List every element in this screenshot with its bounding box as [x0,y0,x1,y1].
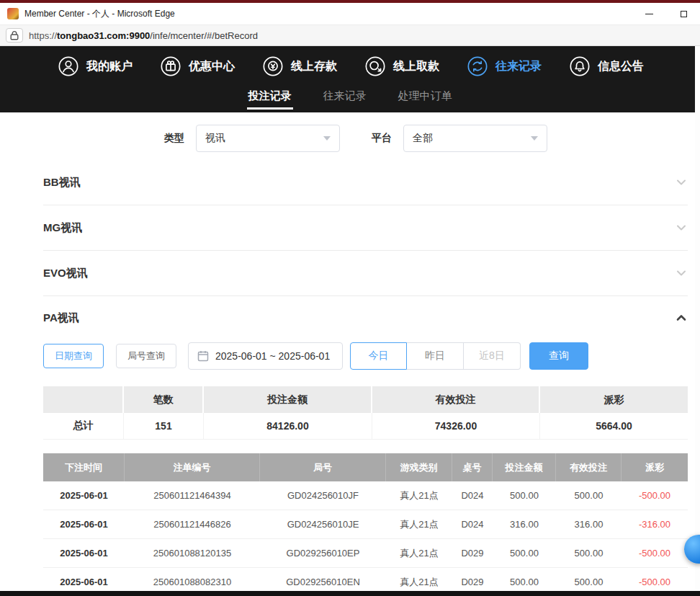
sub-nav: 投注记录 往来记录 处理中订单 [0,86,700,112]
address-bar: https://tongbao31.com:9900/infe/mcenter/… [0,25,700,46]
cell-bet-amount: 500.00 [493,481,556,510]
section-evo-video[interactable]: EVO视讯 [43,251,688,296]
type-filter-label: 类型 [164,132,184,145]
gift-icon [160,55,181,77]
section-bb-video[interactable]: BB视讯 [43,160,688,205]
date-range-picker[interactable]: 2025-06-01 ~ 2025-06-01 [188,342,343,370]
platform-filter-label: 平台 [372,132,392,145]
site-security-button[interactable] [6,28,23,43]
platform-select[interactable]: 全部 [403,125,547,152]
tab-label: 投注记录 [248,89,292,102]
filter-row: 类型 视讯 平台 全部 [164,124,688,153]
cell-table-no: D029 [452,539,493,568]
maximize-button[interactable] [678,9,688,19]
summary-total-payout: 5664.00 [540,413,688,440]
nav-item-promotions[interactable]: 优惠中心 [160,55,235,77]
cell-valid-bet: 500.00 [556,568,622,591]
nav-item-deposit[interactable]: 线上存款 [262,55,337,77]
cell-game-type: 真人21点 [386,568,452,591]
cell-payout: -500.00 [622,539,688,568]
today-button[interactable]: 今日 [350,342,407,370]
url-scheme: https:// [29,30,57,41]
site-favicon [7,8,19,19]
chevron-up-icon [675,311,688,324]
detail-header-game-type: 游戏类别 [386,453,452,481]
summary-header-count: 笔数 [124,386,204,413]
user-icon [58,55,79,77]
cell-payout: -500.00 [622,481,688,510]
cell-round-id: GD029256010EN [260,568,386,591]
nav-label: 线上存款 [291,59,337,74]
cell-table-no: D029 [452,568,493,591]
cell-valid-bet: 500.00 [556,481,622,510]
quick-date-group: 今日 昨日 近8日 [350,342,521,370]
summary-header-payout: 派彩 [540,386,688,413]
cell-round-id: GD029256010EP [260,539,386,568]
cell-table-no: D024 [452,481,493,510]
nav-item-announcements[interactable]: 信息公告 [569,55,644,77]
deposit-coin-icon [262,55,284,77]
section-label: PA视讯 [43,311,79,325]
browser-window: Member Center - 个人 - Microsoft Edge http… [0,0,700,596]
page-content: 类型 视讯 平台 全部 BB视讯 MG视讯 EVO视讯 [0,112,700,591]
cell-bet-id: 250601088120135 [125,539,260,568]
minimize-button[interactable] [644,9,654,19]
section-pa-video[interactable]: PA视讯 [43,296,688,339]
tab-bet-record[interactable]: 投注记录 [247,86,293,110]
date-query-button[interactable]: 日期查询 [43,344,104,368]
summary-total-label: 总计 [43,413,124,440]
cell-bet-id: 250601088082310 [125,568,260,591]
detail-header-bet-id: 注单编号 [125,453,260,481]
main-nav: 我的账户 优惠中心 线上存款 [0,46,700,86]
page-scrollbar[interactable] [695,46,700,591]
detail-header-bet-amount: 投注金额 [493,453,556,481]
tab-label: 往来记录 [323,89,367,102]
provider-sections: BB视讯 MG视讯 EVO视讯 PA视讯 [43,160,688,339]
lock-icon [10,30,19,40]
bell-icon [569,55,591,77]
tab-label: 处理中订单 [398,89,452,102]
cell-payout: -316.00 [622,510,688,539]
summary-total-count: 151 [124,413,204,440]
nav-item-records[interactable]: 往来记录 [467,55,542,77]
summary-total-valid-bet: 74326.00 [372,413,540,440]
platform-select-value: 全部 [413,132,433,145]
exchange-record-icon [467,55,488,77]
nav-label: 优惠中心 [189,59,235,74]
titlebar: Member Center - 个人 - Microsoft Edge [0,3,700,25]
cell-table-no: D024 [452,510,493,539]
search-button[interactable]: 查询 [529,342,588,370]
tab-transaction-record[interactable]: 往来记录 [322,86,368,110]
type-select[interactable]: 视讯 [196,125,340,152]
site-header: 我的账户 优惠中心 线上存款 [0,46,700,112]
date-range-value: 2025-06-01 ~ 2025-06-01 [215,350,330,362]
chevron-down-icon [675,176,688,189]
type-select-value: 视讯 [205,132,225,145]
round-query-button[interactable]: 局号查询 [116,344,176,368]
last-8-days-button[interactable]: 近8日 [464,342,521,370]
cell-round-id: GD024256010JE [260,510,386,539]
section-mg-video[interactable]: MG视讯 [43,205,688,251]
chevron-down-icon [675,267,688,280]
url-field[interactable]: https://tongbao31.com:9900/infe/mcenter/… [29,30,258,41]
tab-processing-orders[interactable]: 处理中订单 [397,86,454,110]
maximize-icon [681,11,687,17]
nav-item-withdraw[interactable]: 线上取款 [364,55,439,77]
window-controls [644,9,693,19]
nav-label: 我的账户 [86,59,133,74]
cell-valid-bet: 500.00 [556,539,622,568]
nav-item-my-account[interactable]: 我的账户 [58,55,133,77]
minimize-icon [645,14,653,14]
detail-header-payout: 派彩 [622,453,688,481]
url-path: /infe/mcenter/#/betRecord [150,30,258,41]
yesterday-button[interactable]: 昨日 [407,342,464,370]
summary-table: 笔数 投注金额 有效投注 派彩 总计 151 84126.00 74326.00… [43,386,688,440]
section-label: EVO视讯 [43,267,88,280]
nav-label: 线上取款 [393,59,439,74]
cell-game-type: 真人21点 [386,539,452,568]
cell-bet-amount: 500.00 [493,539,556,568]
query-bar: 日期查询 局号查询 2025-06-01 ~ 2025-06-01 今日 昨日 … [43,342,688,370]
summary-header-bet-amount: 投注金额 [204,386,372,413]
cell-game-type: 真人21点 [386,481,452,510]
nav-label: 信息公告 [598,59,644,74]
